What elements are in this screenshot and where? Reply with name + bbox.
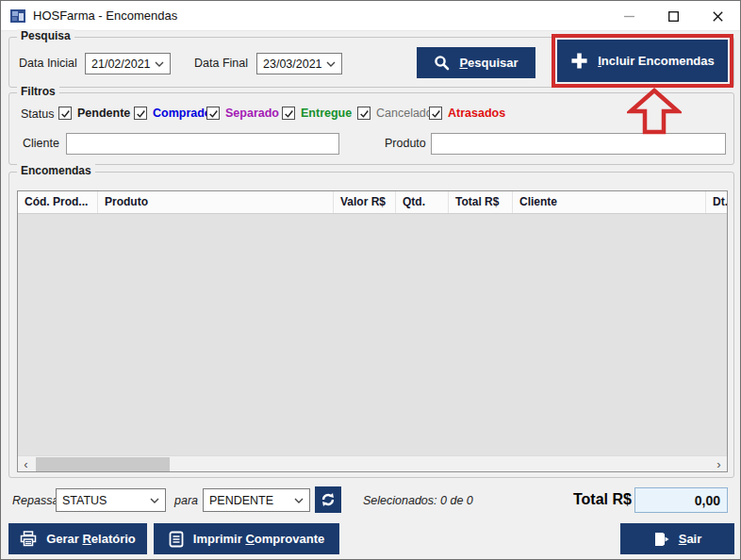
column-header-cod-prod[interactable]: Cód. Prod... <box>18 191 98 213</box>
table-header-row: Cód. Prod... Produto Valor R$ Qtd. Total… <box>18 191 727 214</box>
close-icon <box>713 11 723 22</box>
total-value: 0,00 <box>695 493 720 508</box>
checkbox-cancelado[interactable]: Cancelado <box>357 107 433 120</box>
checkbox-atrasados[interactable]: Atrasados <box>429 107 505 120</box>
apply-status-refresh-button[interactable] <box>315 486 341 513</box>
data-inicial-value: 21/02/2021 <box>91 58 151 71</box>
checkbox-checked-icon <box>357 107 370 120</box>
filtros-group-label: Filtros <box>17 85 59 98</box>
column-header-dt[interactable]: Dt. E <box>706 191 727 213</box>
checkbox-label: Pendente <box>77 107 130 120</box>
minimize-button[interactable] <box>607 1 651 31</box>
close-button[interactable] <box>696 1 740 31</box>
checkbox-label: Entregue <box>301 107 352 120</box>
imprimir-comprovante-button[interactable]: Imprimir Comprovante <box>154 523 339 554</box>
data-final-combo[interactable]: 23/03/2021 <box>256 53 342 74</box>
chevron-down-icon <box>155 61 164 67</box>
checkbox-checked-icon <box>282 107 295 120</box>
annotation-highlight-box: Incluir Encomendas <box>552 34 733 88</box>
para-combo[interactable]: PENDENTE <box>203 488 310 512</box>
produto-input[interactable] <box>431 133 726 155</box>
chevron-down-icon <box>150 498 159 503</box>
search-icon <box>434 55 450 71</box>
chevron-down-icon <box>326 61 336 67</box>
checkbox-checked-icon <box>206 107 220 120</box>
pesquisa-group-label: Pesquisa <box>17 29 74 42</box>
annotation-arrow-up-icon <box>627 88 682 135</box>
repassar-value: STATUS <box>62 494 107 507</box>
produto-label: Produto <box>385 137 426 150</box>
app-logo-icon <box>9 8 26 25</box>
column-header-qtd[interactable]: Qtd. <box>396 191 449 213</box>
checkbox-checked-icon <box>429 107 442 120</box>
maximize-button[interactable] <box>651 1 696 31</box>
encomendas-group: Encomendas Cód. Prod... Produto Valor R$… <box>8 172 734 478</box>
refresh-icon <box>320 491 337 508</box>
incluir-encomendas-button[interactable]: Incluir Encomendas <box>557 40 728 82</box>
window-title: HOSFarma - Encomendas <box>33 8 177 23</box>
column-header-total[interactable]: Total R$ <box>449 191 513 213</box>
minimize-icon <box>624 11 634 22</box>
chevron-down-icon <box>294 498 304 503</box>
scroll-right-arrow-icon[interactable]: › <box>711 456 727 472</box>
status-label: Status <box>21 107 54 121</box>
filtros-group: Filtros Status Pendente Comprado Separad… <box>8 92 734 165</box>
cliente-label: Cliente <box>23 137 59 150</box>
pesquisar-button[interactable]: Pesquisar <box>417 47 535 78</box>
para-label: para <box>174 494 198 507</box>
exit-door-icon <box>653 531 669 548</box>
encomendas-group-label: Encomendas <box>17 164 95 177</box>
sair-button[interactable]: Sair <box>620 523 734 554</box>
para-value: PENDENTE <box>209 494 273 507</box>
checkbox-label: Cancelado <box>376 107 433 120</box>
scroll-left-arrow-icon[interactable]: ‹ <box>18 456 34 472</box>
data-final-label: Data Final <box>194 57 248 70</box>
checkbox-comprado[interactable]: Comprado <box>134 107 212 120</box>
data-inicial-label: Data Inicial <box>19 57 77 70</box>
total-label: Total R$ <box>573 491 632 508</box>
checkbox-pendente[interactable]: Pendente <box>58 107 130 120</box>
checkbox-entregue[interactable]: Entregue <box>282 107 352 120</box>
gerar-relatorio-button[interactable]: Gerar Relatório <box>8 523 147 554</box>
checkbox-checked-icon <box>134 107 147 120</box>
scrollbar-thumb[interactable] <box>36 457 170 471</box>
table-body-empty <box>18 214 727 455</box>
repassar-combo[interactable]: STATUS <box>56 488 166 512</box>
orders-table: Cód. Prod... Produto Valor R$ Qtd. Total… <box>17 190 728 472</box>
total-value-field: 0,00 <box>634 487 728 513</box>
checkbox-label: Comprado <box>153 107 212 120</box>
data-inicial-combo[interactable]: 21/02/2021 <box>85 53 171 74</box>
data-final-value: 23/03/2021 <box>263 58 322 71</box>
horizontal-scrollbar[interactable]: ‹ › <box>18 455 727 471</box>
column-header-valor[interactable]: Valor R$ <box>334 191 396 213</box>
column-header-produto[interactable]: Produto <box>98 191 334 213</box>
checkbox-label: Atrasados <box>448 107 505 120</box>
maximize-icon <box>668 11 679 22</box>
checkbox-separado[interactable]: Separado <box>206 107 279 120</box>
title-bar: HOSFarma - Encomendas <box>1 1 740 31</box>
printer-icon <box>20 531 37 547</box>
selecionados-status: Selecionados: 0 de 0 <box>363 494 473 507</box>
checkbox-checked-icon <box>58 107 72 120</box>
app-window: HOSFarma - Encomendas Pesquisa Data Inic… <box>0 0 741 560</box>
document-icon <box>169 531 184 548</box>
checkbox-label: Separado <box>225 107 279 120</box>
column-header-cliente[interactable]: Cliente <box>513 191 706 213</box>
cliente-input[interactable] <box>66 133 339 155</box>
plus-icon <box>570 52 588 70</box>
